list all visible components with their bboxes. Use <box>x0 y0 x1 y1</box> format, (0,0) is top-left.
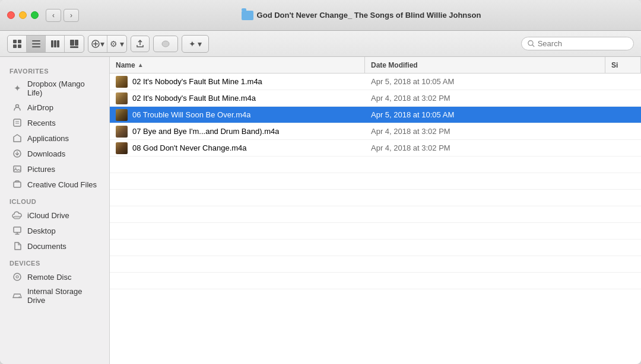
file-date: Apr 4, 2018 at 3:02 PM <box>365 143 605 152</box>
table-row[interactable]: 02 It's Nobody's Fault But Mine 1.m4a Ap… <box>110 74 641 90</box>
sidebar-item-desktop-label: Desktop <box>27 226 56 235</box>
sidebar: Favorites ✦ Dropbox (Mango Life) AirDrop <box>0 57 110 364</box>
airdrop-icon <box>12 102 23 113</box>
file-date: Apr 5, 2018 at 10:05 AM <box>365 77 605 86</box>
sidebar-item-pictures[interactable]: Pictures <box>2 161 107 177</box>
sidebar-item-documents[interactable]: Documents <box>2 238 107 254</box>
svg-rect-2 <box>13 44 17 48</box>
svg-rect-26 <box>14 182 21 187</box>
table-row[interactable]: 08 God Don't Never Change.m4a Apr 4, 201… <box>110 140 641 157</box>
file-date: Apr 4, 2018 at 3:02 PM <box>365 127 605 136</box>
file-pane: Name ▲ Date Modified Si 02 I <box>110 57 641 364</box>
sidebar-item-internal-storage-label: Internal Storage Drive <box>27 287 97 305</box>
svg-rect-20 <box>14 119 21 126</box>
svg-rect-12 <box>70 46 78 48</box>
forward-button[interactable]: › <box>64 9 79 22</box>
file-name-cell: 07 Bye and Bye I'm...and Drum Band).m4a <box>110 126 365 138</box>
table-row-empty <box>110 273 641 289</box>
file-name-cell: 08 God Don't Never Change.m4a <box>110 142 365 154</box>
svg-rect-27 <box>14 216 20 219</box>
file-list-header: Name ▲ Date Modified Si <box>110 57 641 74</box>
table-row[interactable]: 02 It's Nobody's Fault But Mine.m4a Apr … <box>110 90 641 107</box>
table-row-empty <box>110 190 641 206</box>
sidebar-item-dropbox-label: Dropbox (Mango Life) <box>27 79 97 97</box>
table-row-empty <box>110 223 641 240</box>
search-input[interactable] <box>538 39 627 48</box>
sidebar-item-recents-label: Recents <box>27 119 56 127</box>
file-name: 07 Bye and Bye I'm...and Drum Band).m4a <box>132 127 279 136</box>
svg-point-31 <box>19 296 20 298</box>
svg-rect-8 <box>54 40 56 47</box>
sidebar-item-dropbox[interactable]: ✦ Dropbox (Mango Life) <box>2 77 107 100</box>
traffic-lights <box>7 11 39 19</box>
sidebar-item-internal-storage[interactable]: Internal Storage Drive <box>2 285 107 307</box>
file-thumbnail <box>116 76 128 88</box>
table-row[interactable]: 06 Trouble Will Soon Be Over.m4a Apr 5, … <box>110 107 641 123</box>
file-list: 02 It's Nobody's Fault But Mine 1.m4a Ap… <box>110 74 641 364</box>
file-date: Apr 4, 2018 at 3:02 PM <box>365 94 605 103</box>
svg-rect-6 <box>32 46 40 47</box>
file-name-cell: 02 It's Nobody's Fault But Mine.m4a <box>110 92 365 104</box>
file-thumbnail <box>116 142 128 154</box>
sidebar-item-documents-label: Documents <box>27 242 66 251</box>
sidebar-item-remote-disc[interactable]: Remote Disc <box>2 269 107 285</box>
share-button[interactable] <box>131 36 150 52</box>
file-thumbnail <box>116 92 128 104</box>
sidebar-item-remote-disc-label: Remote Disc <box>27 273 71 282</box>
sidebar-item-creative-cloud-label: Creative Cloud Files <box>27 180 97 189</box>
dropbox-group: ✦ ▾ <box>182 35 209 53</box>
svg-rect-4 <box>32 40 40 41</box>
minimize-button[interactable] <box>19 11 27 19</box>
tag-button[interactable] <box>153 36 178 52</box>
sidebar-item-applications[interactable]: Applications <box>2 130 107 146</box>
documents-icon <box>12 241 23 251</box>
name-column-header[interactable]: Name ▲ <box>110 57 365 73</box>
close-button[interactable] <box>7 11 15 19</box>
sidebar-item-pictures-label: Pictures <box>27 165 55 174</box>
size-column-header[interactable]: Si <box>605 57 641 73</box>
sidebar-item-airdrop[interactable]: AirDrop <box>2 100 107 115</box>
table-row[interactable]: 07 Bye and Bye I'm...and Drum Band).m4a … <box>110 123 641 140</box>
window-title: God Don't Never Change_ The Songs of Bli… <box>257 11 481 20</box>
arrange-button[interactable]: ▾ <box>88 36 107 52</box>
back-button[interactable]: ‹ <box>46 9 61 22</box>
maximize-button[interactable] <box>31 11 39 19</box>
dropbox-button[interactable]: ✦ ▾ <box>182 36 208 52</box>
table-row-empty <box>110 206 641 223</box>
actions-gear-button[interactable]: ⚙ ▾ <box>107 36 126 52</box>
table-row-empty <box>110 157 641 173</box>
search-icon <box>528 40 535 47</box>
column-view-button[interactable] <box>46 36 65 52</box>
svg-line-18 <box>532 45 534 47</box>
sidebar-item-creative-cloud[interactable]: Creative Cloud Files <box>2 177 107 192</box>
actions-group: ▾ ⚙ ▾ <box>88 35 127 53</box>
sidebar-item-airdrop-label: AirDrop <box>27 103 53 112</box>
sidebar-item-desktop[interactable]: Desktop <box>2 223 107 238</box>
desktop-icon <box>12 225 23 236</box>
table-row-empty <box>110 173 641 190</box>
svg-rect-24 <box>14 166 21 172</box>
sidebar-item-icloud-drive[interactable]: iCloud Drive <box>2 207 107 223</box>
search-box[interactable] <box>521 37 634 50</box>
svg-point-29 <box>14 273 21 280</box>
sidebar-item-downloads[interactable]: Downloads <box>2 146 107 161</box>
sidebar-section-devices: Devices <box>0 254 109 269</box>
list-view-button[interactable] <box>27 36 46 52</box>
sidebar-section-favorites: Favorites <box>0 62 109 77</box>
icloud-icon <box>12 210 23 221</box>
svg-rect-28 <box>14 227 21 232</box>
sidebar-item-recents[interactable]: Recents <box>2 115 107 130</box>
creative-cloud-icon <box>12 179 23 190</box>
date-column-header[interactable]: Date Modified <box>365 57 605 73</box>
folder-icon <box>242 11 253 20</box>
svg-rect-11 <box>75 40 78 46</box>
svg-rect-9 <box>57 40 59 47</box>
dropbox-icon: ✦ <box>12 83 23 94</box>
sidebar-item-downloads-label: Downloads <box>27 149 65 158</box>
icon-view-button[interactable] <box>8 36 27 52</box>
pictures-icon <box>12 164 23 174</box>
svg-point-25 <box>15 168 17 169</box>
gallery-view-button[interactable] <box>65 36 84 52</box>
svg-rect-10 <box>70 40 74 46</box>
toolbar: ▾ ⚙ ▾ ✦ ▾ <box>0 31 641 57</box>
